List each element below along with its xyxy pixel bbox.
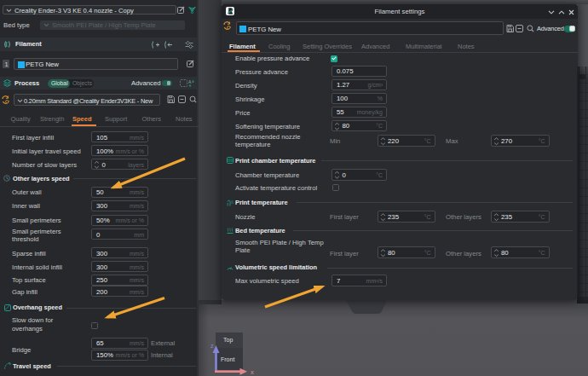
svg-text:A: A — [188, 79, 192, 84]
svg-text:x: x — [251, 368, 254, 376]
svg-text:z: z — [210, 342, 214, 350]
